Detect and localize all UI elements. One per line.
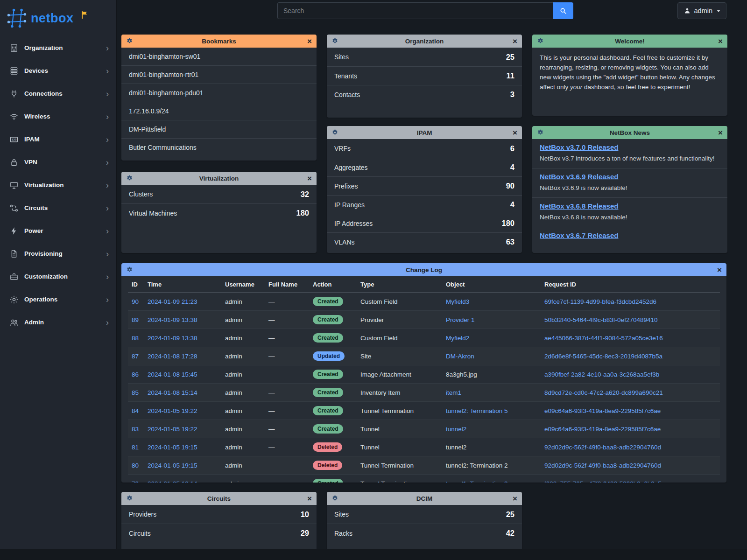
sidebar-item-admin[interactable]: Admin › <box>0 311 116 334</box>
changelog-id-link[interactable]: 88 <box>132 335 139 342</box>
bookmark-item[interactable]: dmi01-binghamton-sw01 <box>121 48 317 65</box>
sidebar-item-customization[interactable]: Customization › <box>0 265 116 288</box>
changelog-id-link[interactable]: 85 <box>132 389 139 396</box>
changelog-object[interactable]: tunnel2: Termination 2 <box>446 462 508 469</box>
changelog-request-id-link[interactable]: 8d9cd72e-cd0c-47c2-a620-dc899a690c21 <box>544 389 663 396</box>
sidebar-item-provisioning[interactable]: Provisioning › <box>0 242 116 265</box>
changelog-request-id-link[interactable]: f038e755-705e-47f3-9433-5392b9e6b9e5 <box>544 480 662 483</box>
sidebar-item-organization[interactable]: Organization › <box>0 36 116 59</box>
stat-row-ip-ranges[interactable]: IP Ranges 4 <box>327 195 522 214</box>
stat-row-contacts[interactable]: Contacts 3 <box>327 85 522 104</box>
stat-row-sites[interactable]: Sites 25 <box>327 505 522 524</box>
changelog-request-id-link[interactable]: ae445066-387d-44f1-9084-572a05ce3e16 <box>544 335 663 342</box>
changelog-id-link[interactable]: 81 <box>132 444 139 451</box>
widget-close-icon[interactable]: × <box>513 495 517 503</box>
stat-row-prefixes[interactable]: Prefixes 90 <box>327 176 522 195</box>
widget-close-icon[interactable]: × <box>513 129 517 137</box>
changelog-object[interactable]: item1 <box>446 389 461 396</box>
sidebar-item-ipam[interactable]: 123 IPAM › <box>0 128 116 151</box>
stat-row-tenants[interactable]: Tenants 11 <box>327 66 522 85</box>
widget-close-icon[interactable]: × <box>307 37 312 45</box>
changelog-id-link[interactable]: 83 <box>132 426 139 433</box>
changelog-request-id-link[interactable]: a390fbef-2a82-4e10-aa0a-3c268aa5ef3b <box>544 371 659 378</box>
bookmark-item[interactable]: DM-Pittsfield <box>121 120 317 138</box>
changelog-time-link[interactable]: 2024-01-09 21:23 <box>148 298 197 305</box>
changelog-time-link[interactable]: 2024-01-05 19:14 <box>148 480 197 483</box>
changelog-request-id-link[interactable]: e09c64a6-93f3-419a-8ea9-229585f7c6ae <box>544 407 661 414</box>
changelog-time-link[interactable]: 2024-01-09 13:38 <box>148 316 197 323</box>
stat-row-sites[interactable]: Sites 25 <box>327 48 522 66</box>
changelog-request-id-link[interactable]: e09c64a6-93f3-419a-8ea9-229585f7c6ae <box>544 426 661 433</box>
changelog-id-link[interactable]: 89 <box>132 316 139 323</box>
changelog-id-link[interactable]: 84 <box>132 407 139 414</box>
changelog-request-id-link[interactable]: 69fce7cf-1139-4d99-bfea-f3dcbd2452d6 <box>544 298 656 305</box>
stat-row-aggregates[interactable]: Aggregates 4 <box>327 158 522 176</box>
changelog-object[interactable]: tunnel2: Termination 5 <box>446 407 508 414</box>
news-headline-link[interactable]: NetBox v3.7.0 Released <box>540 143 618 151</box>
sidebar-item-circuits[interactable]: Circuits › <box>0 196 116 219</box>
widget-close-icon[interactable]: × <box>717 266 722 274</box>
sidebar-item-operations[interactable]: Operations › <box>0 288 116 311</box>
stat-row-ip-addresses[interactable]: IP Addresses 180 <box>327 214 522 232</box>
changelog-object[interactable]: tunnel2 <box>446 444 466 451</box>
changelog-object[interactable]: tunnel2 <box>446 426 466 433</box>
changelog-id-link[interactable]: 90 <box>132 298 139 305</box>
changelog-time-link[interactable]: 2024-01-05 19:15 <box>148 444 197 451</box>
netbox-logo[interactable]: netbox <box>0 0 116 36</box>
widget-close-icon[interactable]: × <box>718 37 723 45</box>
widget-config-icon[interactable] <box>126 38 133 45</box>
bookmark-item[interactable]: 172.16.0.9/24 <box>121 102 317 120</box>
sidebar-item-virtualization[interactable]: Virtualization › <box>0 174 116 196</box>
changelog-time-link[interactable]: 2024-01-05 19:22 <box>148 407 197 414</box>
sidebar-item-devices[interactable]: Devices › <box>0 59 116 82</box>
changelog-object[interactable]: Myfield3 <box>446 298 469 305</box>
widget-config-icon[interactable] <box>537 129 544 136</box>
changelog-object[interactable]: tunnel1: Termination 3 <box>446 480 508 483</box>
changelog-object[interactable]: DM-Akron <box>446 353 474 360</box>
changelog-time-link[interactable]: 2024-01-08 17:28 <box>148 353 197 360</box>
widget-close-icon[interactable]: × <box>307 495 312 503</box>
widget-close-icon[interactable]: × <box>307 175 312 182</box>
changelog-request-id-link[interactable]: 50b32f40-5464-4f9c-b83f-0ef270489410 <box>544 316 657 323</box>
news-headline-link[interactable]: NetBox v3.6.8 Released <box>540 202 618 210</box>
widget-config-icon[interactable] <box>331 495 338 502</box>
stat-row-providers[interactable]: Providers 10 <box>121 505 317 524</box>
changelog-id-link[interactable]: 87 <box>132 353 139 360</box>
changelog-id-link[interactable]: 79 <box>132 480 139 483</box>
news-headline-link[interactable]: NetBox v3.6.7 Released <box>540 231 618 239</box>
bookmark-item[interactable]: dmi01-binghamton-pdu01 <box>121 84 317 102</box>
changelog-time-link[interactable]: 2024-01-08 15:45 <box>148 371 197 378</box>
widget-config-icon[interactable] <box>331 129 338 136</box>
changelog-object[interactable]: Provider 1 <box>446 316 475 323</box>
changelog-request-id-link[interactable]: 92d02d9c-562f-49f0-baa8-adb22904760d <box>544 462 661 469</box>
stat-row-vlans[interactable]: VLANs 63 <box>327 232 522 251</box>
changelog-object[interactable]: Myfield2 <box>446 335 469 342</box>
stat-row-virtual-machines[interactable]: Virtual Machines 180 <box>121 203 317 222</box>
changelog-id-link[interactable]: 80 <box>132 462 139 469</box>
widget-config-icon[interactable] <box>126 495 133 502</box>
changelog-time-link[interactable]: 2024-01-09 13:38 <box>148 335 197 342</box>
search-button[interactable] <box>553 2 573 19</box>
stat-row-racks[interactable]: Racks 42 <box>327 524 522 542</box>
widget-config-icon[interactable] <box>331 38 338 45</box>
search-input[interactable] <box>277 2 553 19</box>
changelog-request-id-link[interactable]: 2d6d6e8f-5465-45dc-8ec3-2019d4087b5a <box>544 353 662 360</box>
bookmark-item[interactable]: dmi01-binghamton-rtr01 <box>121 65 317 84</box>
widget-config-icon[interactable] <box>537 38 544 45</box>
changelog-request-id-link[interactable]: 92d02d9c-562f-49f0-baa8-adb22904760d <box>544 444 661 451</box>
stat-row-clusters[interactable]: Clusters 32 <box>121 185 317 203</box>
sidebar-item-power[interactable]: Power › <box>0 219 116 242</box>
news-headline-link[interactable]: NetBox v3.6.9 Released <box>540 173 618 181</box>
stat-row-vrfs[interactable]: VRFs 6 <box>327 139 522 158</box>
sidebar-item-vpn[interactable]: VPN › <box>0 151 116 174</box>
changelog-time-link[interactable]: 2024-01-08 15:14 <box>148 389 197 396</box>
changelog-id-link[interactable]: 86 <box>132 371 139 378</box>
sidebar-item-connections[interactable]: Connections › <box>0 82 116 105</box>
widget-close-icon[interactable]: × <box>513 37 517 45</box>
sidebar-item-wireless[interactable]: Wireless › <box>0 105 116 128</box>
changelog-object[interactable]: 8a3gh5.jpg <box>446 371 477 378</box>
changelog-time-link[interactable]: 2024-01-05 19:22 <box>148 426 197 433</box>
user-menu-button[interactable]: admin <box>677 2 727 19</box>
widget-config-icon[interactable] <box>126 266 133 273</box>
widget-config-icon[interactable] <box>126 175 133 182</box>
